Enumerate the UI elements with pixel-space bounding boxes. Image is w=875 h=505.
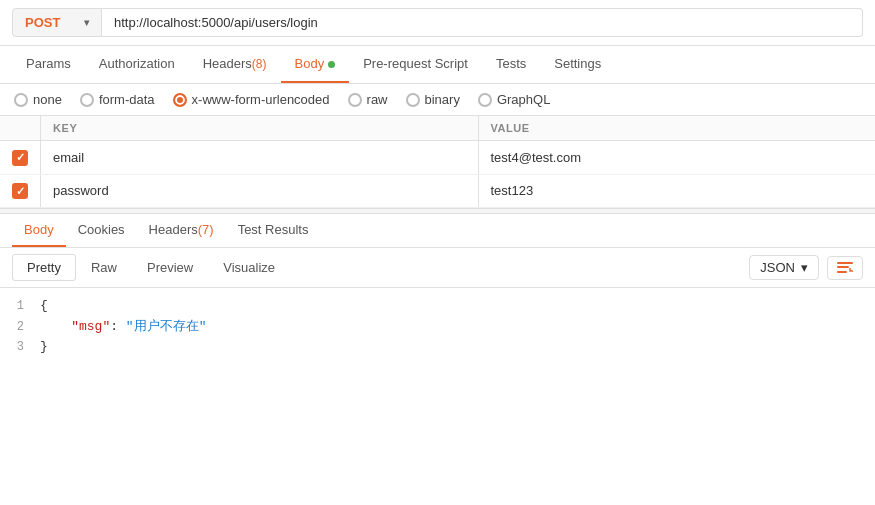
row-0-key[interactable]: email bbox=[41, 141, 479, 175]
top-tabs: Params Authorization Headers(8) Body Pre… bbox=[0, 46, 875, 84]
row-1-checkbox[interactable] bbox=[12, 183, 28, 199]
code-area: 1 { 2 "msg": "用户不存在" 3 } bbox=[0, 288, 875, 364]
url-input[interactable] bbox=[102, 8, 863, 37]
response-headers-badge: (7) bbox=[198, 222, 214, 237]
svg-rect-0 bbox=[837, 262, 853, 264]
radio-raw[interactable]: raw bbox=[348, 92, 388, 107]
response-tab-body[interactable]: Body bbox=[12, 214, 66, 247]
line-num-3: 3 bbox=[0, 340, 40, 354]
method-label: POST bbox=[25, 15, 60, 30]
method-chevron-icon: ▾ bbox=[84, 17, 89, 28]
code-key: "msg" bbox=[71, 319, 110, 334]
radio-urlencoded[interactable]: x-www-form-urlencoded bbox=[173, 92, 330, 107]
radio-binary-circle bbox=[406, 93, 420, 107]
radio-none-label: none bbox=[33, 92, 62, 107]
body-dot-icon bbox=[328, 61, 335, 68]
url-bar: POST ▾ bbox=[0, 0, 875, 46]
radio-none[interactable]: none bbox=[14, 92, 62, 107]
line-num-1: 1 bbox=[0, 299, 40, 313]
radio-raw-circle bbox=[348, 93, 362, 107]
radio-graphql[interactable]: GraphQL bbox=[478, 92, 550, 107]
svg-rect-1 bbox=[837, 266, 849, 268]
body-type-bar: none form-data x-www-form-urlencoded raw… bbox=[0, 84, 875, 116]
row-0-value[interactable]: test4@test.com bbox=[478, 141, 875, 175]
radio-graphql-circle bbox=[478, 93, 492, 107]
code-kv-line: "msg": "用户不存在" bbox=[40, 317, 875, 335]
response-tabs: Body Cookies Headers(7) Test Results bbox=[0, 214, 875, 248]
code-line-2: 2 "msg": "用户不存在" bbox=[0, 315, 875, 337]
response-toolbar: Pretty Raw Preview Visualize JSON ▾ bbox=[0, 248, 875, 288]
response-tab-cookies[interactable]: Cookies bbox=[66, 214, 137, 247]
response-headers-label: Headers bbox=[149, 222, 198, 237]
radio-urlencoded-circle bbox=[173, 93, 187, 107]
tab-headers-label: Headers bbox=[203, 56, 252, 71]
response-tab-testresults[interactable]: Test Results bbox=[226, 214, 321, 247]
radio-form-data[interactable]: form-data bbox=[80, 92, 155, 107]
view-tab-raw[interactable]: Raw bbox=[76, 254, 132, 281]
format-chevron-icon: ▾ bbox=[801, 260, 808, 275]
tab-authorization[interactable]: Authorization bbox=[85, 46, 189, 83]
format-select[interactable]: JSON ▾ bbox=[749, 255, 819, 280]
code-brace-close: } bbox=[40, 339, 875, 354]
radio-binary-label: binary bbox=[425, 92, 460, 107]
tab-tests[interactable]: Tests bbox=[482, 46, 540, 83]
tab-params[interactable]: Params bbox=[12, 46, 85, 83]
view-tab-pretty[interactable]: Pretty bbox=[12, 254, 76, 281]
code-colon: : bbox=[110, 319, 126, 334]
view-tab-preview[interactable]: Preview bbox=[132, 254, 208, 281]
tab-headers[interactable]: Headers(8) bbox=[189, 46, 281, 83]
radio-form-data-circle bbox=[80, 93, 94, 107]
response-tab-headers[interactable]: Headers(7) bbox=[137, 214, 226, 247]
code-line-3: 3 } bbox=[0, 337, 875, 356]
response-section: Body Cookies Headers(7) Test Results Pre… bbox=[0, 214, 875, 364]
table-row: password test123 bbox=[0, 174, 875, 208]
svg-rect-2 bbox=[837, 271, 847, 273]
tab-body-label: Body bbox=[295, 56, 325, 71]
row-0-checkbox[interactable] bbox=[12, 150, 28, 166]
row-1-key[interactable]: password bbox=[41, 174, 479, 208]
table-row: email test4@test.com bbox=[0, 141, 875, 175]
tab-prerequest[interactable]: Pre-request Script bbox=[349, 46, 482, 83]
tab-settings[interactable]: Settings bbox=[540, 46, 615, 83]
code-value: "用户不存在" bbox=[126, 319, 207, 334]
radio-graphql-label: GraphQL bbox=[497, 92, 550, 107]
row-1-value[interactable]: test123 bbox=[478, 174, 875, 208]
radio-binary[interactable]: binary bbox=[406, 92, 460, 107]
kv-key-header: KEY bbox=[41, 116, 479, 141]
radio-none-circle bbox=[14, 93, 28, 107]
code-line-1: 1 { bbox=[0, 296, 875, 315]
row-0-checkbox-cell bbox=[0, 141, 41, 175]
kv-check-header bbox=[0, 116, 41, 141]
radio-urlencoded-label: x-www-form-urlencoded bbox=[192, 92, 330, 107]
wrap-button[interactable] bbox=[827, 256, 863, 280]
kv-value-header: VALUE bbox=[478, 116, 875, 141]
tab-body[interactable]: Body bbox=[281, 46, 350, 83]
line-num-2: 2 bbox=[0, 320, 40, 334]
radio-raw-label: raw bbox=[367, 92, 388, 107]
format-value: JSON bbox=[760, 260, 795, 275]
kv-table: KEY VALUE email test4@test.com password … bbox=[0, 116, 875, 208]
method-select[interactable]: POST ▾ bbox=[12, 8, 102, 37]
view-tab-visualize[interactable]: Visualize bbox=[208, 254, 290, 281]
code-brace-open: { bbox=[40, 298, 875, 313]
headers-badge: (8) bbox=[252, 57, 267, 71]
radio-form-data-label: form-data bbox=[99, 92, 155, 107]
row-1-checkbox-cell bbox=[0, 174, 41, 208]
